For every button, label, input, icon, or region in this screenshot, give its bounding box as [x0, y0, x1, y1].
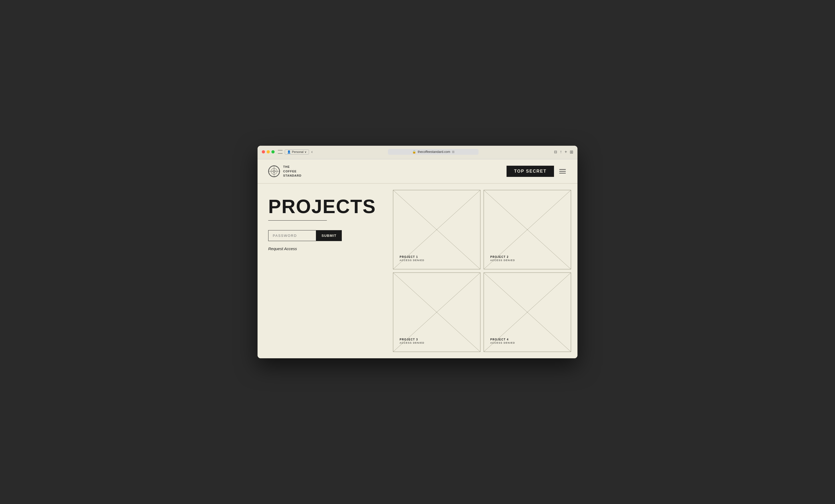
project-card-2[interactable]: PROJECT 2 ACCESS DENIED — [484, 190, 571, 269]
logo-text: THE COFFEE STANDARD — [283, 165, 302, 178]
left-panel: PROJECTS SUBMIT Request Access — [258, 184, 387, 358]
project-1-info: PROJECT 1 ACCESS DENIED — [400, 255, 424, 261]
minimize-button[interactable] — [267, 150, 270, 153]
title-divider — [268, 220, 327, 220]
project-card-3[interactable]: PROJECT 3 ACCESS DENIED — [393, 273, 481, 352]
chevron-down-icon: ∨ — [304, 150, 307, 154]
project-3-info: PROJECT 3 ACCESS DENIED — [400, 338, 424, 344]
profile-label: Personal — [292, 150, 303, 153]
password-input[interactable] — [268, 230, 316, 241]
page-content: THE COFFEE STANDARD TOP SECRET PROJECTS — [258, 159, 577, 358]
lock-icon: 🔒 — [412, 150, 416, 154]
browser-window: 👤 Personal ∨ ‹ 🔒 thecoffeestandard.com ⊞… — [258, 146, 577, 358]
project-4-status: ACCESS DENIED — [490, 341, 515, 344]
browser-controls: 👤 Personal ∨ ‹ — [278, 149, 313, 154]
url-text: thecoffeestandard.com — [418, 150, 450, 154]
project-3-name: PROJECT 3 — [400, 338, 424, 341]
profile-icon: 👤 — [287, 150, 291, 154]
submit-button[interactable]: SUBMIT — [316, 230, 342, 241]
project-3-status: ACCESS DENIED — [400, 341, 424, 344]
project-2-name: PROJECT 2 — [490, 255, 515, 258]
share-button[interactable]: ↑ — [560, 149, 562, 154]
logo-area: THE COFFEE STANDARD — [268, 165, 302, 178]
address-bar-container: 🔒 thecoffeestandard.com ⊞ — [316, 149, 551, 155]
maximize-button[interactable] — [271, 150, 274, 153]
tab-overview-button[interactable]: ⊞ — [570, 149, 573, 154]
reader-icon: ⊞ — [452, 150, 454, 154]
close-button[interactable] — [262, 150, 265, 153]
main-content: PROJECTS SUBMIT Request Access — [258, 184, 577, 358]
cast-icon[interactable]: ⊟ — [554, 150, 557, 154]
browser-actions: ⊟ ↑ + ⊞ — [554, 149, 573, 154]
logo-circle — [268, 165, 280, 177]
traffic-lights — [262, 150, 274, 153]
projects-grid: PROJECT 1 ACCESS DENIED PROJECT 2 ACCESS… — [387, 184, 577, 358]
page-title: PROJECTS — [268, 197, 376, 216]
project-1-name: PROJECT 1 — [400, 255, 424, 258]
project-4-name: PROJECT 4 — [490, 338, 515, 341]
project-2-info: PROJECT 2 ACCESS DENIED — [490, 255, 515, 261]
browser-chrome: 👤 Personal ∨ ‹ 🔒 thecoffeestandard.com ⊞… — [258, 146, 577, 159]
password-form: SUBMIT — [268, 230, 376, 241]
address-bar[interactable]: 🔒 thecoffeestandard.com ⊞ — [388, 149, 478, 155]
header-right: TOP SECRET — [507, 166, 567, 177]
request-access-link[interactable]: Request Access — [268, 246, 297, 251]
project-card-4[interactable]: PROJECT 4 ACCESS DENIED — [484, 273, 571, 352]
profile-button[interactable]: 👤 Personal ∨ — [285, 149, 309, 154]
sidebar-icon[interactable] — [278, 150, 283, 154]
top-secret-button[interactable]: TOP SECRET — [507, 166, 554, 177]
back-button[interactable]: ‹ — [311, 149, 312, 154]
project-2-status: ACCESS DENIED — [490, 259, 515, 261]
project-card-1[interactable]: PROJECT 1 ACCESS DENIED — [393, 190, 481, 269]
project-1-status: ACCESS DENIED — [400, 259, 424, 261]
hamburger-menu-button[interactable] — [558, 168, 567, 174]
project-4-info: PROJECT 4 ACCESS DENIED — [490, 338, 515, 344]
site-header: THE COFFEE STANDARD TOP SECRET — [258, 159, 577, 184]
new-tab-button[interactable]: + — [565, 149, 567, 154]
